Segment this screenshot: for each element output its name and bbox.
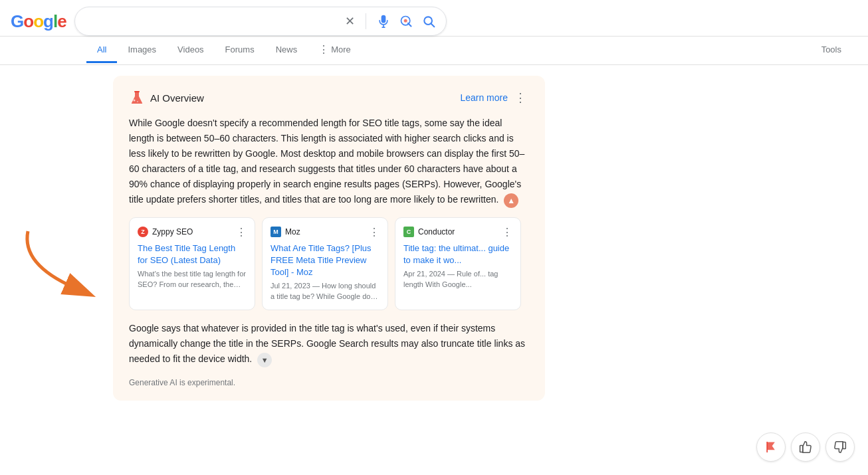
tools-area: Tools [811, 38, 868, 63]
svg-point-8 [134, 100, 136, 102]
lens-button[interactable] [398, 13, 414, 29]
ai-overview-box: AI Overview Learn more ⋮ While Google do… [113, 76, 545, 401]
card-header-moz: M Moz ⋮ [271, 226, 380, 238]
more-dots-icon: ⋮ [318, 43, 329, 56]
source-card-zyppy[interactable]: Z Zyppy SEO ⋮ The Best Title Tag Length … [129, 217, 255, 310]
source-cards: Z Zyppy SEO ⋮ The Best Title Tag Length … [129, 217, 529, 310]
source-name-conductor: C Conductor [403, 227, 455, 237]
source-name-zyppy: Z Zyppy SEO [138, 227, 193, 237]
svg-point-9 [137, 101, 138, 102]
tab-news[interactable]: News [265, 38, 308, 63]
svg-line-5 [431, 24, 434, 27]
svg-rect-7 [134, 91, 140, 92]
tab-more[interactable]: ⋮ More [308, 37, 362, 64]
clear-button[interactable]: ✕ [344, 13, 356, 30]
ai-bottom-text: Google says that whatever is provided in… [129, 321, 529, 367]
search-icons: ✕ [344, 13, 437, 30]
svg-point-3 [403, 19, 407, 23]
ai-body-text: While Google doesn't specify a recommend… [129, 116, 529, 208]
experimental-note: Generative AI is experimental. [129, 378, 529, 387]
ai-overview-header: AI Overview Learn more ⋮ [129, 89, 529, 106]
ai-logo-icon [129, 90, 145, 106]
ai-overview-label: AI Overview [150, 92, 204, 104]
collapse-button[interactable]: ▲ [504, 193, 518, 208]
tab-tools[interactable]: Tools [811, 38, 852, 63]
expand-button[interactable]: ▼ [257, 353, 272, 367]
source-card-conductor[interactable]: C Conductor ⋮ Title tag: the ultimat... … [395, 217, 521, 310]
lens-icon [399, 15, 413, 28]
source-name-moz: M Moz [271, 227, 300, 237]
card-dots-moz[interactable]: ⋮ [369, 226, 380, 238]
arrow-indicator [15, 225, 101, 300]
favicon-zyppy: Z [138, 227, 148, 237]
card-dots-zyppy[interactable]: ⋮ [236, 226, 247, 238]
learn-more-button[interactable]: Learn more [460, 92, 508, 103]
search-icon [422, 15, 435, 28]
google-logo[interactable]: Google [11, 11, 66, 32]
card-snippet-moz: Jul 21, 2023 — How long should a title t… [271, 281, 380, 302]
divider [366, 13, 366, 29]
ai-more-options-button[interactable]: ⋮ [512, 89, 529, 106]
card-header-conductor: C Conductor ⋮ [403, 226, 512, 238]
tab-videos[interactable]: Videos [167, 38, 215, 63]
mic-icon [377, 15, 390, 28]
nav-tabs: All Images Videos Forums News ⋮ More [86, 37, 811, 64]
card-header-zyppy: Z Zyppy SEO ⋮ [138, 226, 247, 238]
source-card-moz[interactable]: M Moz ⋮ What Are Title Tags? [Plus FREE … [262, 217, 388, 310]
card-snippet-zyppy: What's the best title tag length for SEO… [138, 269, 247, 290]
card-snippet-conductor: Apr 21, 2024 — Rule of... tag length Wit… [403, 269, 512, 290]
favicon-moz: M [271, 227, 281, 237]
favicon-conductor: C [403, 227, 414, 237]
nav-row: All Images Videos Forums News ⋮ More Too… [0, 37, 868, 65]
ai-actions: Learn more ⋮ [460, 89, 529, 106]
search-bar: seo title character limit ✕ [74, 7, 447, 36]
card-title-zyppy[interactable]: The Best Title Tag Length for SEO (Lates… [138, 242, 247, 266]
search-button[interactable] [421, 13, 437, 29]
microphone-button[interactable] [376, 13, 391, 29]
header: Google seo title character limit ✕ [0, 0, 868, 37]
tab-forums[interactable]: Forums [215, 38, 265, 63]
ai-title: AI Overview [129, 90, 204, 106]
card-title-moz[interactable]: What Are Title Tags? [Plus FREE Meta Tit… [271, 242, 380, 279]
card-dots-conductor[interactable]: ⋮ [502, 226, 512, 238]
tab-images[interactable]: Images [117, 38, 167, 63]
search-input[interactable]: seo title character limit [84, 15, 338, 27]
tab-all[interactable]: All [86, 38, 117, 63]
card-title-conductor[interactable]: Title tag: the ultimat... guide to make … [403, 242, 512, 266]
